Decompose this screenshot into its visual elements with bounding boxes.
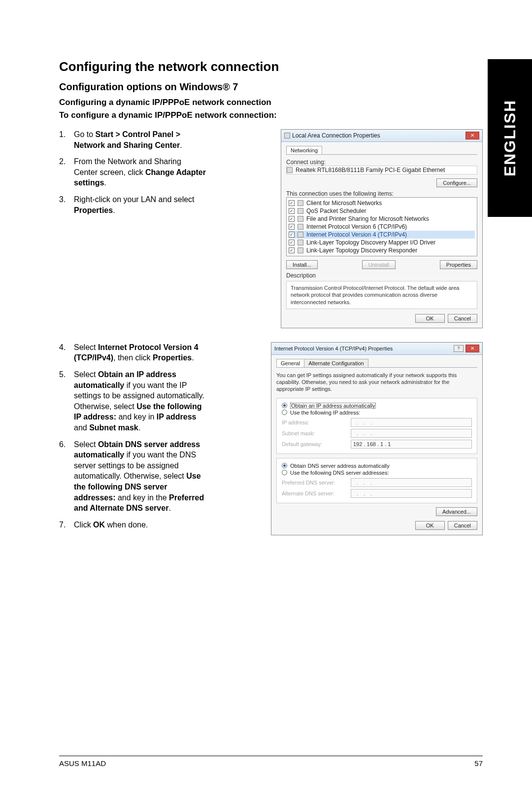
- lan-properties-dialog: Local Area Connection Properties ✕ Netwo…: [281, 129, 483, 328]
- ip-fieldset: Obtain an IP address automatically Use t…: [276, 398, 477, 454]
- t: .: [192, 353, 194, 362]
- close-button[interactable]: ✕: [466, 345, 479, 352]
- list-item[interactable]: ✓Client for Microsoft Networks: [289, 199, 475, 207]
- checkbox-icon[interactable]: ✓: [289, 224, 295, 230]
- instruction-heading: To configure a dynamic IP/PPPoE network …: [59, 110, 483, 120]
- t: Go to: [74, 130, 96, 139]
- t: .: [113, 206, 115, 214]
- checkbox-icon[interactable]: ✓: [289, 240, 295, 245]
- close-button[interactable]: ✕: [466, 132, 479, 139]
- tab-alternate[interactable]: Alternate Configuration: [304, 359, 368, 367]
- install-button[interactable]: Install...: [286, 260, 318, 269]
- uninstall-button: Uninstall: [362, 260, 396, 269]
- item-text: Internet Protocol Version 4 (TCP/IPv4): [306, 231, 407, 238]
- checkbox-icon[interactable]: ✓: [289, 232, 295, 238]
- radio-label: Use the following IP address:: [290, 410, 360, 416]
- t: .: [180, 141, 182, 149]
- adapter-name: Realtek RTL8168B/8111B Family PCI-E Giga…: [296, 167, 445, 174]
- dialog-title-text: Internet Protocol Version 4 (TCP/IPv4) P…: [274, 346, 452, 351]
- help-button[interactable]: ?: [454, 345, 464, 352]
- tab-networking[interactable]: Networking: [286, 146, 322, 154]
- step-2: 2.From the Network and Sharing Center sc…: [59, 156, 207, 188]
- adapter-icon: [287, 167, 293, 173]
- section-1: 1.Go to Start > Control Panel > Network …: [59, 129, 483, 328]
- ipv4-properties-dialog: Internet Protocol Version 4 (TCP/IPv4) P…: [271, 342, 483, 535]
- cancel-button[interactable]: Cancel: [448, 314, 477, 323]
- radio-obtain-dns[interactable]: Obtain DNS server address automatically: [282, 462, 472, 469]
- component-icon: [298, 216, 303, 222]
- gateway-label: Default gateway:: [282, 441, 351, 447]
- preferred-dns-label: Preferred DNS server:: [282, 480, 351, 486]
- component-icon: [298, 247, 303, 253]
- advanced-button[interactable]: Advanced...: [436, 507, 477, 516]
- page-content: Configuring the network connection Confi…: [0, 0, 532, 802]
- step-3: 3.Right-click on your LAN and select Pro…: [59, 194, 207, 215]
- list-item[interactable]: ✓Link-Layer Topology Discovery Responder: [289, 246, 475, 254]
- list-item[interactable]: ✓File and Printer Sharing for Microsoft …: [289, 215, 475, 223]
- item-text: File and Printer Sharing for Microsoft N…: [306, 215, 429, 222]
- subnet-mask-input: . . .: [351, 429, 472, 438]
- dns-fieldset: Obtain DNS server address automatically …: [276, 458, 477, 503]
- ip-address-label: IP address:: [282, 419, 351, 425]
- subtitle: Configuration options on Windows® 7: [59, 81, 483, 93]
- t: Click: [74, 521, 93, 529]
- list-item[interactable]: ✓Internet Protocol Version 6 (TCP/IPv6): [289, 223, 475, 231]
- checkbox-icon[interactable]: ✓: [289, 216, 295, 222]
- checkbox-icon[interactable]: ✓: [289, 247, 295, 253]
- t: IP address: [157, 413, 197, 421]
- cancel-button[interactable]: Cancel: [448, 521, 477, 530]
- list-item[interactable]: ✓Internet Protocol Version 4 (TCP/IPv4): [289, 231, 475, 239]
- checkbox-icon[interactable]: ✓: [289, 200, 295, 206]
- radio-obtain-ip[interactable]: Obtain an IP address automatically: [282, 402, 472, 409]
- steps-col-1: 1.Go to Start > Control Panel > Network …: [59, 129, 207, 328]
- t: when done.: [105, 521, 148, 529]
- radio-icon[interactable]: [282, 410, 287, 415]
- ok-button[interactable]: OK: [415, 521, 445, 530]
- section-2: 4.Select Internet Protocol Version 4 (TC…: [59, 342, 483, 536]
- alternate-dns-label: Alternate DNS server:: [282, 490, 351, 496]
- steps-col-2: 4.Select Internet Protocol Version 4 (TC…: [59, 342, 207, 536]
- t: Select: [74, 370, 98, 379]
- radio-icon[interactable]: [282, 403, 287, 408]
- subnet-mask-label: Subnet mask:: [282, 430, 351, 436]
- list-item[interactable]: ✓Link-Layer Topology Discovery Mapper I/…: [289, 239, 475, 246]
- adapter-box: Realtek RTL8168B/8111B Family PCI-E Giga…: [286, 166, 477, 174]
- ip-settings-note: You can get IP settings assigned automat…: [276, 372, 477, 393]
- t: Subnet mask: [89, 423, 138, 432]
- t: Properties: [74, 206, 113, 214]
- t: and: [74, 423, 89, 432]
- preferred-dns-input: . . .: [351, 478, 472, 487]
- properties-button[interactable]: Properties: [440, 260, 477, 269]
- step-5: 5.Select Obtain an IP address automatica…: [59, 369, 207, 433]
- step-7: 7.Click OK when done.: [59, 520, 207, 530]
- radio-use-dns[interactable]: Use the following DNS server addresses:: [282, 469, 472, 476]
- page-number: 57: [474, 759, 483, 767]
- alternate-dns-input: . . .: [351, 489, 472, 498]
- t: Right-click on your LAN and select: [74, 195, 195, 204]
- t: , then click: [113, 353, 153, 362]
- t: Select: [74, 440, 98, 449]
- checkbox-icon[interactable]: ✓: [289, 208, 295, 214]
- ok-button[interactable]: OK: [415, 314, 445, 323]
- description-label: Description: [286, 272, 477, 279]
- t: OK: [93, 521, 105, 529]
- radio-icon[interactable]: [282, 470, 287, 475]
- radio-use-ip[interactable]: Use the following IP address:: [282, 409, 472, 416]
- configure-button[interactable]: Configure...: [436, 178, 477, 187]
- component-icon: [298, 200, 303, 206]
- page-footer: ASUS M11AD 57: [59, 756, 483, 767]
- item-text: Internet Protocol Version 6 (TCP/IPv6): [306, 223, 407, 230]
- step-4: 4.Select Internet Protocol Version 4 (TC…: [59, 342, 207, 363]
- list-item[interactable]: ✓QoS Packet Scheduler: [289, 207, 475, 215]
- tab-row: General Alternate Configuration: [276, 359, 477, 368]
- component-icon: [298, 232, 303, 238]
- gateway-input: 192 . 168 . 1 . 1: [351, 440, 472, 449]
- items-listbox[interactable]: ✓Client for Microsoft Networks ✓QoS Pack…: [286, 197, 477, 256]
- tab-general[interactable]: General: [276, 359, 304, 367]
- radio-icon[interactable]: [282, 463, 287, 468]
- description-text: Transmission Control Protocol/Internet P…: [286, 281, 477, 309]
- item-text: Link-Layer Topology Discovery Mapper I/O…: [306, 239, 435, 246]
- t: .: [168, 504, 170, 512]
- item-text: Link-Layer Topology Discovery Responder: [306, 247, 417, 254]
- t: Select: [74, 343, 98, 351]
